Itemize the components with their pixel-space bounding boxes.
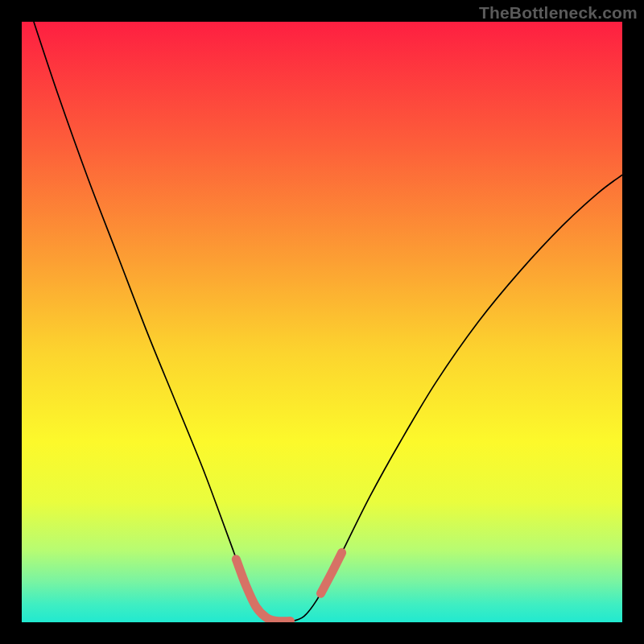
- gradient-background: [22, 22, 622, 622]
- watermark-text: TheBottleneck.com: [479, 3, 638, 23]
- plot-area: [22, 22, 622, 622]
- svg-rect-0: [22, 22, 622, 622]
- chart-root: TheBottleneck.com: [0, 0, 644, 644]
